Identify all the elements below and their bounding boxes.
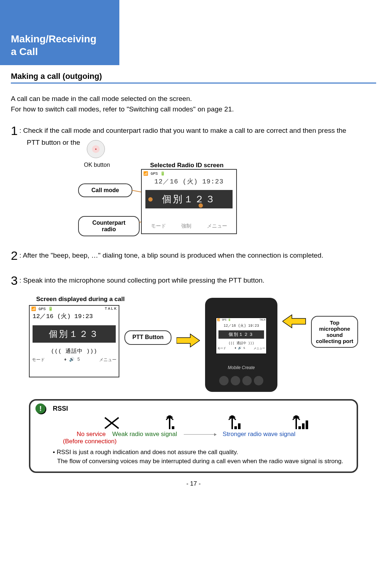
chapter-title-line2: a Call — [11, 45, 109, 58]
svg-rect-14 — [306, 420, 308, 429]
strong-signal-label: Stronger radio wave signal — [223, 431, 295, 438]
svg-rect-12 — [298, 426, 301, 429]
device-buttons — [205, 376, 277, 385]
selected-radio-id-label: Selected Radio ID screen — [150, 162, 224, 169]
device-bl: モード — [217, 346, 226, 350]
svg-rect-13 — [302, 423, 305, 429]
radio-screen-2: 📶 GPS 🔋 TALK 12／16 (火) 19:23 個別１２３ ((( 通… — [29, 305, 119, 377]
no-service-icon — [103, 415, 120, 430]
screen2-bl: モード — [32, 357, 45, 363]
screen2-id: 個別１２３ — [33, 325, 116, 343]
radio-screen-1: 📶 GPS 🔋 12／16 (火) 19:23 個別１２３ モード 強制 メニュ… — [141, 169, 237, 234]
rssi-icon-row — [80, 415, 336, 430]
screen2-talk: TALK — [105, 306, 117, 311]
device-datetime: 12／16 (火) 19:23 — [216, 322, 266, 328]
step-1-number: 1 — [11, 124, 18, 138]
top-microphone-callout: Top microphone sound collecting port — [311, 316, 358, 348]
step-3-text: : Speak into the microphone sound collec… — [19, 276, 264, 284]
step-1: 1 : Check if the call mode and counterpa… — [11, 124, 376, 147]
radio-device-illustration: 📶 GPS 🔋 TALK 12／16 (火) 19:23 個別１２３ ((( 通… — [205, 298, 277, 392]
diagram-during-call: 📶 GPS 🔋 TALK 12／16 (火) 19:23 個別１２３ ((( 通… — [29, 305, 376, 392]
screen1-br: メニュー — [207, 223, 227, 229]
screen2-bm: ♦ 🔊 5 — [64, 357, 80, 363]
device-brand: Mobile Create — [205, 365, 277, 370]
device-conversing: ((( 通話中 ))) — [216, 341, 266, 346]
page-number: - 17 - — [0, 480, 387, 487]
svg-rect-9 — [234, 426, 237, 429]
screen2-datetime: 12／16 (火) 19:23 — [30, 312, 119, 320]
screen1-bottom-row: モード 強制 メニュー — [142, 221, 236, 230]
screen1-bm: 強制 — [181, 223, 191, 229]
screen1-status: 📶 GPS 🔋 — [142, 170, 236, 177]
device-talk: TALK — [259, 318, 265, 321]
step-3: 3 : Speak into the microphone sound coll… — [11, 274, 376, 288]
device-id: 個別１２３ — [218, 330, 264, 339]
arrow-right-icon — [177, 333, 200, 348]
svg-marker-2 — [177, 334, 200, 347]
rssi-note-body: The flow of conversing voices may be int… — [57, 457, 350, 466]
step-3-number: 3 — [11, 274, 18, 287]
svg-rect-10 — [238, 423, 241, 429]
dot-icon — [199, 203, 203, 208]
call-mode-callout: Call mode — [78, 183, 132, 197]
before-connection-label: (Before connection) — [63, 438, 350, 445]
info-icon: ! — [35, 403, 46, 414]
intro-line1: A call can be made in the call mode sele… — [11, 94, 376, 104]
counterpart-callout: Counterpart radio — [78, 216, 140, 236]
intro-line2: For how to switch call modes, refer to "… — [11, 104, 376, 115]
signal-2-icon — [229, 415, 247, 430]
chapter-header: Making/Receiving a Call — [0, 0, 119, 65]
ok-button-label: OK button — [84, 162, 110, 168]
device-status: 📶 GPS 🔋 — [217, 318, 231, 321]
rssi-labels-row: No service Weak radio wave signal Strong… — [77, 431, 350, 438]
ptt-button-callout: PTT Button — [124, 330, 171, 345]
diagram-selected-radio: ● OK button Selected Radio ID screen Cal… — [72, 155, 376, 241]
no-service-label: No service — [77, 431, 106, 438]
rssi-note-bullet: • RSSI is just a rough indication and do… — [53, 448, 350, 457]
arrow-left-icon — [282, 314, 306, 329]
rssi-info-box: ! RSSI No service Weak radio wave signal — [29, 399, 358, 473]
dot-icon — [148, 197, 153, 202]
step-2: 2 : After the "beep, beep, …" dialing to… — [11, 249, 376, 263]
screen2-conversing: ((( 通話中 ))) — [30, 348, 119, 355]
arrow-line-icon — [184, 434, 216, 435]
screen1-bl: モード — [151, 223, 166, 229]
intro-paragraph: A call can be made in the call mode sele… — [11, 94, 376, 114]
weak-signal-label: Weak radio wave signal — [112, 431, 177, 438]
device-br: メニュー — [254, 346, 265, 350]
screen2-br: メニュー — [99, 357, 116, 363]
step-1-text-2: PTT button or the — [27, 139, 80, 146]
step-2-text: : After the "beep, beep, …" dialing tone… — [19, 251, 323, 259]
rssi-title: RSSI — [53, 405, 350, 413]
svg-rect-7 — [172, 426, 174, 429]
section-title: Making a call (outgoing) — [11, 72, 387, 81]
screen1-id-box: 個別１２３ — [145, 190, 233, 208]
screen1-datetime: 12／16 (火) 19:23 — [142, 177, 236, 186]
screen1-id-text: 個別１２３ — [162, 194, 216, 205]
section-underline — [11, 83, 376, 84]
device-bm: ♦ 🔊 5 — [235, 346, 245, 350]
step-2-number: 2 — [11, 249, 18, 262]
chapter-title-line1: Making/Receiving — [11, 33, 109, 45]
step-1-text: : Check if the call mode and counterpart… — [19, 127, 346, 134]
rssi-note: • RSSI is just a rough indication and do… — [53, 448, 350, 466]
svg-marker-3 — [282, 315, 306, 328]
screen2-status: 📶 GPS 🔋 — [31, 306, 53, 311]
ok-button-icon: ● — [87, 140, 105, 158]
signal-3-icon — [293, 415, 313, 430]
device-screen: 📶 GPS 🔋 TALK 12／16 (火) 19:23 個別１２３ ((( 通… — [216, 318, 267, 354]
signal-1-icon — [166, 415, 183, 430]
